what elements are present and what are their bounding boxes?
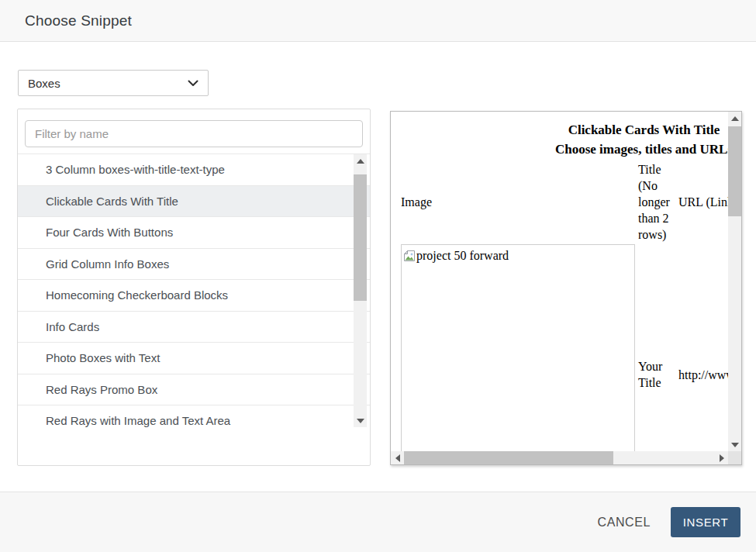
filter-input[interactable] — [25, 120, 363, 147]
choose-snippet-dialog: Choose Snippet Boxes 3 Column boxes-with… — [0, 0, 756, 552]
snippet-list-item-selected[interactable]: Clickable Cards With Title — [18, 186, 370, 218]
snippet-category-select[interactable]: Boxes — [18, 70, 209, 96]
scroll-down-icon[interactable] — [728, 438, 741, 451]
preview-title-cell: Your Title — [638, 243, 678, 451]
preview-subheading: Choose images, titles and URLs — [401, 142, 728, 157]
preview-col-header-image: Image — [401, 160, 638, 243]
snippet-list-item[interactable]: 3 Column boxes-with-title-text-type — [18, 154, 370, 186]
snippet-list-panel: 3 Column boxes-with-title-text-type Clic… — [17, 109, 371, 466]
snippet-list-item[interactable]: Red Rays Promo Box — [18, 374, 370, 406]
preview-horizontal-scrollbar[interactable] — [391, 451, 728, 464]
snippet-list-item[interactable]: Four Cards With Buttons — [18, 217, 370, 249]
preview-vertical-scrollbar[interactable] — [728, 112, 741, 451]
preview-image-alt-text: project 50 forward — [416, 249, 509, 262]
selected-category-label: Boxes — [28, 77, 188, 90]
broken-image-icon — [403, 250, 416, 262]
preview-col-header-url: URL (Link — [678, 160, 728, 243]
preview-table-data-row: project 50 forward Your Title http://www — [401, 243, 728, 451]
snippet-list-item[interactable]: Homecoming Checkerboard Blocks — [18, 280, 370, 312]
chevron-down-icon — [188, 80, 198, 87]
scroll-left-icon[interactable] — [391, 451, 404, 464]
snippet-preview-panel: Clickable Cards With Title Choose images… — [390, 111, 742, 465]
snippet-list: 3 Column boxes-with-title-text-type Clic… — [18, 154, 370, 427]
scroll-right-icon[interactable] — [715, 451, 728, 464]
scroll-down-icon[interactable] — [354, 414, 367, 427]
scroll-up-icon[interactable] — [354, 154, 367, 167]
snippet-preview-document: Clickable Cards With Title Choose images… — [391, 112, 728, 451]
snippet-preview-viewport: Clickable Cards With Title Choose images… — [391, 112, 728, 451]
preview-image-placeholder: project 50 forward — [401, 244, 635, 451]
dialog-header: Choose Snippet — [0, 0, 756, 42]
list-scrollbar-thumb[interactable] — [354, 174, 367, 301]
snippet-list-item[interactable]: Photo Boxes with Text — [18, 343, 370, 374]
preview-table-header-row: Image Title (No longer than 2 rows) URL … — [401, 160, 728, 243]
insert-button[interactable]: INSERT — [671, 507, 740, 537]
preview-col-header-title: Title (No longer than 2 rows) — [638, 160, 678, 243]
page-title: Choose Snippet — [25, 12, 132, 29]
preview-table: Image Title (No longer than 2 rows) URL … — [401, 160, 728, 451]
cancel-button[interactable]: CANCEL — [595, 509, 652, 536]
preview-heading: Clickable Cards With Title — [401, 122, 728, 138]
preview-hscrollbar-thumb[interactable] — [404, 451, 613, 464]
dialog-footer: CANCEL INSERT — [0, 492, 756, 552]
scrollbar-corner — [728, 451, 741, 464]
scroll-up-icon[interactable] — [728, 112, 741, 125]
snippet-list-item[interactable]: Grid Column Info Boxes — [18, 249, 370, 281]
list-vertical-scrollbar[interactable] — [354, 154, 367, 427]
preview-vscrollbar-thumb[interactable] — [728, 126, 741, 216]
snippet-list-item[interactable]: Info Cards — [18, 312, 370, 343]
preview-url-cell: http://www — [678, 243, 728, 451]
snippet-list-item[interactable]: Red Rays with Image and Text Area — [18, 405, 370, 427]
